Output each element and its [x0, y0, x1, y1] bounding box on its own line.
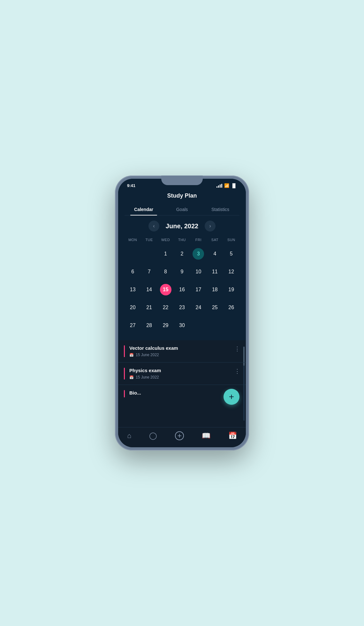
phone-screen: 9:41 📶 ▐▌ Study Plan Calendar G [118, 179, 246, 447]
event-date-text: 15 June 2022 [136, 375, 159, 380]
nav-add[interactable]: + [175, 431, 184, 441]
calendar-day [223, 317, 239, 334]
days-grid: 1234567891011121314151617181920212223242… [125, 246, 239, 334]
month-nav: ‹ June, 2022 › [125, 221, 239, 231]
tab-statistics[interactable]: Statistics [201, 204, 239, 215]
calendar-day[interactable]: 22 [157, 299, 174, 316]
add-event-button[interactable]: + [224, 389, 239, 405]
calendar-day[interactable]: 15 [157, 281, 174, 298]
notch [161, 176, 203, 185]
calendar-day[interactable]: 29 [157, 317, 174, 334]
bottom-nav: ⌂ ◯ + 📖 📅 [118, 427, 246, 447]
calendar-day[interactable]: 30 [174, 317, 190, 334]
calendar-day [125, 246, 141, 262]
calendar-day[interactable]: 20 [125, 299, 141, 316]
tab-calendar[interactable]: Calendar [125, 204, 163, 215]
weekday-thu: THU [174, 237, 190, 243]
calendar-day[interactable]: 12 [223, 263, 239, 280]
calendar-day[interactable]: 23 [174, 299, 190, 316]
wifi-icon: 📶 [224, 183, 229, 188]
calendar-day[interactable]: 9 [174, 263, 190, 280]
app-header: Study Plan Calendar Goals Statistics [118, 190, 246, 215]
weekday-wed: WED [157, 237, 174, 243]
calendar-small-icon: 📅 [129, 375, 134, 380]
calendar-day[interactable]: 25 [207, 299, 223, 316]
event-accent-bar [124, 390, 125, 397]
signal-icon [216, 184, 222, 188]
phone-frame: 9:41 📶 ▐▌ Study Plan Calendar G [115, 176, 249, 450]
battery-icon: ▐▌ [231, 183, 237, 188]
nav-calendar[interactable]: 📅 [228, 432, 237, 441]
status-indicators: 📶 ▐▌ [216, 183, 237, 188]
calendar-nav-icon: 📅 [228, 432, 237, 440]
library-icon: 📖 [202, 432, 210, 440]
event-content: Bio... [129, 390, 231, 397]
nav-library[interactable]: 📖 [202, 432, 210, 441]
calendar-day[interactable]: 26 [223, 299, 239, 316]
nav-home[interactable]: ⌂ [127, 432, 131, 441]
calendar-day[interactable]: 1 [157, 246, 174, 262]
calendar-day[interactable]: 16 [174, 281, 190, 298]
events-section[interactable]: Vector calculus exam 📅 15 June 2022 ⋮ Ph… [118, 340, 246, 427]
home-icon: ⌂ [127, 432, 131, 440]
calendar-day [207, 317, 223, 334]
calendar-day[interactable]: 27 [125, 317, 141, 334]
calendar-day[interactable]: 3 [190, 246, 207, 262]
event-date-text: 15 June 2022 [136, 353, 159, 357]
calendar-day [141, 246, 157, 262]
calendar-day[interactable]: 17 [190, 281, 207, 298]
event-title: Bio... [129, 390, 231, 395]
status-time: 9:41 [127, 183, 135, 188]
event-item: Physics exam 📅 15 June 2022 ⋮ [118, 363, 246, 385]
weekday-sat: SAT [207, 237, 223, 243]
event-accent-bar [124, 345, 125, 357]
event-content: Vector calculus exam 📅 15 June 2022 [129, 345, 231, 357]
tab-bar: Calendar Goals Statistics [125, 204, 239, 215]
event-date: 📅 15 June 2022 [129, 353, 231, 357]
next-month-button[interactable]: › [205, 221, 216, 231]
calendar-day[interactable]: 14 [141, 281, 157, 298]
prev-month-button[interactable]: ‹ [148, 221, 159, 231]
calendar-day[interactable]: 10 [190, 263, 207, 280]
month-title: June, 2022 [166, 223, 198, 230]
plus-icon: + [229, 392, 234, 402]
add-icon: + [175, 431, 184, 440]
calendar-day[interactable]: 18 [207, 281, 223, 298]
calendar-day[interactable]: 24 [190, 299, 207, 316]
calendar-section: ‹ June, 2022 › MON TUE WED THU FRI SAT S… [118, 215, 246, 340]
event-title: Vector calculus exam [129, 345, 231, 351]
weekday-mon: MON [125, 237, 141, 243]
weekday-tue: TUE [141, 237, 157, 243]
event-more-button[interactable]: ⋮ [231, 368, 240, 375]
calendar-day[interactable]: 7 [141, 263, 157, 280]
tab-goals[interactable]: Goals [163, 204, 201, 215]
event-accent-bar [124, 368, 125, 380]
page-title: Study Plan [125, 192, 239, 204]
calendar-day[interactable]: 11 [207, 263, 223, 280]
calendar-day [190, 317, 207, 334]
calendar-day[interactable]: 6 [125, 263, 141, 280]
event-item: Vector calculus exam 📅 15 June 2022 ⋮ [118, 340, 246, 363]
calendar-small-icon: 📅 [129, 353, 134, 357]
nav-search[interactable]: ◯ [149, 432, 157, 441]
calendar-day[interactable]: 5 [223, 246, 239, 262]
weekday-fri: FRI [190, 237, 207, 243]
calendar-day[interactable]: 21 [141, 299, 157, 316]
calendar-day[interactable]: 19 [223, 281, 239, 298]
calendar-day[interactable]: 8 [157, 263, 174, 280]
calendar-day[interactable]: 28 [141, 317, 157, 334]
event-more-button[interactable]: ⋮ [231, 345, 240, 352]
search-icon: ◯ [149, 432, 157, 440]
weekday-sun: SUN [223, 237, 239, 243]
weekday-row: MON TUE WED THU FRI SAT SUN [125, 237, 239, 243]
calendar-day[interactable]: 4 [207, 246, 223, 262]
event-title: Physics exam [129, 368, 231, 373]
calendar-day[interactable]: 13 [125, 281, 141, 298]
calendar-day[interactable]: 2 [174, 246, 190, 262]
event-content: Physics exam 📅 15 June 2022 [129, 368, 231, 380]
event-date: 📅 15 June 2022 [129, 375, 231, 380]
